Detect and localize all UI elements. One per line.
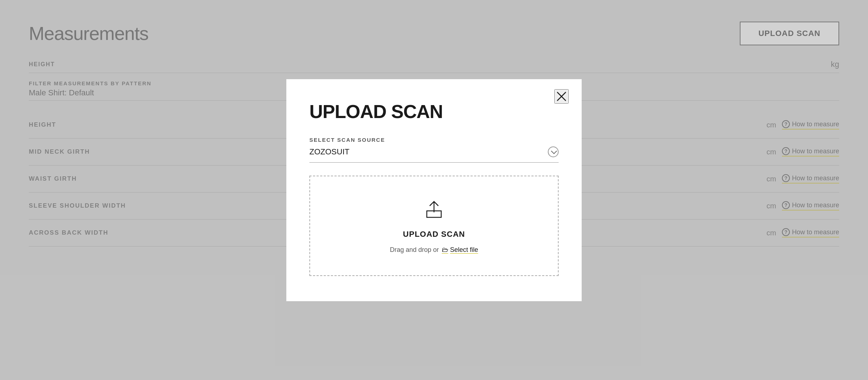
select-scan-value: ZOZOSUIT <box>309 147 349 157</box>
drop-zone-title: UPLOAD SCAN <box>403 230 465 239</box>
modal-title: UPLOAD SCAN <box>309 101 559 122</box>
chevron-down-icon <box>548 146 559 157</box>
folder-icon: 🗁 <box>442 246 448 254</box>
upload-icon <box>422 198 446 222</box>
upload-scan-modal: UPLOAD SCAN SELECT SCAN SOURCE ZOZOSUIT … <box>286 79 582 301</box>
drag-drop-text: Drag and drop or <box>390 246 439 254</box>
drop-zone-subtitle: Drag and drop or 🗁 Select file <box>390 246 478 254</box>
file-drop-zone[interactable]: UPLOAD SCAN Drag and drop or 🗁 Select fi… <box>309 176 559 276</box>
modal-close-button[interactable] <box>554 89 569 104</box>
modal-overlay: UPLOAD SCAN SELECT SCAN SOURCE ZOZOSUIT … <box>0 0 868 380</box>
close-icon <box>556 91 567 101</box>
select-scan-dropdown[interactable]: ZOZOSUIT <box>309 146 559 163</box>
select-file-link[interactable]: 🗁 Select file <box>442 246 478 254</box>
select-file-text: Select file <box>450 246 478 254</box>
page-wrapper: Measurements UPLOAD SCAN HEIGHT kg FILTE… <box>0 0 868 380</box>
select-scan-label: SELECT SCAN SOURCE <box>309 137 559 143</box>
